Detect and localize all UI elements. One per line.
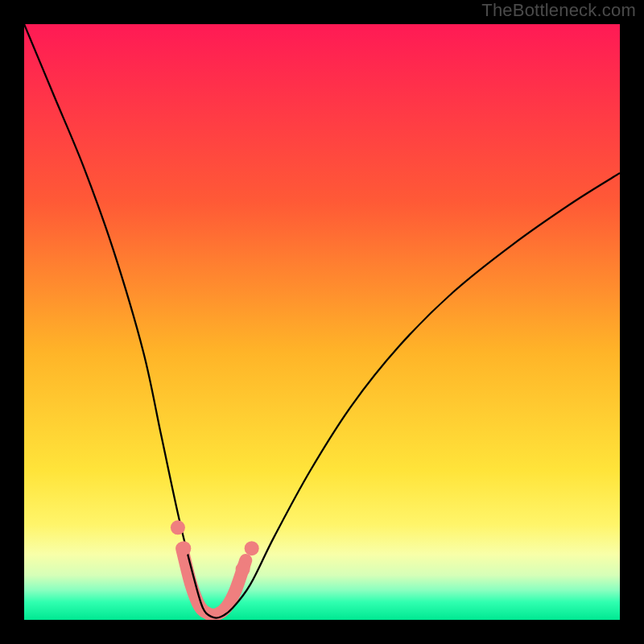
marker-point <box>245 541 259 555</box>
marker-point <box>176 541 191 555</box>
chart-stage: TheBottleneck.com <box>0 0 644 644</box>
attribution-text: TheBottleneck.com <box>481 0 636 21</box>
marker-point <box>171 520 185 535</box>
bottleneck-chart <box>0 0 644 644</box>
plot-background <box>24 24 620 620</box>
marker-point <box>236 562 250 576</box>
